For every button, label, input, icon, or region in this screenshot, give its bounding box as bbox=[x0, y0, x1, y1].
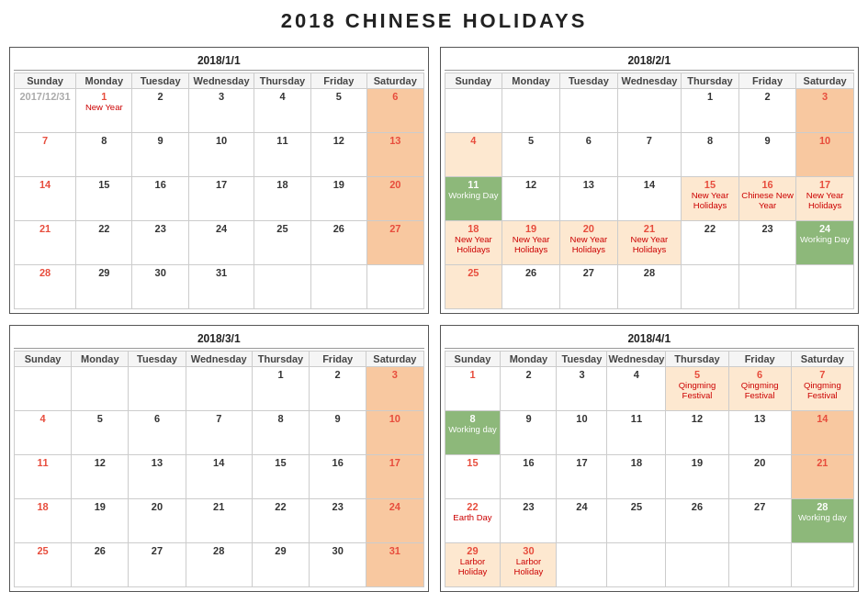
day-number: 31 bbox=[191, 267, 252, 278]
day-number: 8 bbox=[254, 413, 307, 424]
day-number: 16 bbox=[741, 179, 794, 190]
day-number: 28 bbox=[794, 501, 851, 512]
day-number: 13 bbox=[130, 457, 183, 468]
calendar-cell: 26 bbox=[502, 265, 560, 309]
day-number: 30 bbox=[502, 545, 554, 556]
calendar-cell bbox=[738, 265, 795, 309]
calendar-cell: 29 bbox=[76, 265, 132, 309]
calendar-cell: 12 bbox=[72, 455, 129, 499]
page-title: 2018 CHINESE HOLIDAYS bbox=[9, 9, 859, 33]
calendar-cell: 23 bbox=[132, 221, 188, 265]
day-number: 7 bbox=[17, 135, 73, 146]
cell-label: New Year Holidays bbox=[683, 190, 737, 211]
calendar-cell: 27 bbox=[367, 221, 423, 265]
day-number: 22 bbox=[78, 223, 130, 234]
col-header-thursday: Thursday bbox=[666, 352, 728, 367]
day-number: 21 bbox=[620, 223, 679, 234]
calendar-cell: 4 bbox=[607, 367, 666, 411]
day-number: 17 bbox=[558, 457, 604, 468]
calendar-cell: 12 bbox=[666, 411, 728, 455]
calendar-cell bbox=[445, 89, 502, 133]
day-number: 25 bbox=[17, 545, 69, 556]
calendar-cell: 26 bbox=[310, 221, 366, 265]
day-number: 1 bbox=[78, 91, 130, 102]
calendar-cell: 7 bbox=[15, 133, 76, 177]
day-number: 6 bbox=[562, 135, 615, 146]
calendar-cell: 8 bbox=[252, 411, 309, 455]
day-number: 15 bbox=[254, 457, 307, 468]
calendar-title-feb: 2018/2/1 bbox=[445, 51, 855, 71]
calendar-cell: 18 bbox=[254, 177, 310, 221]
calendar-cell: 11 bbox=[607, 411, 666, 455]
calendar-cell: 8 bbox=[76, 133, 132, 177]
day-number: 3 bbox=[798, 91, 851, 102]
cell-label: New Year Holidays bbox=[504, 234, 558, 255]
day-number: 5 bbox=[73, 413, 126, 424]
cell-label: Working Day bbox=[798, 234, 851, 244]
calendar-cell: 6Qingming Festival bbox=[728, 367, 791, 411]
calendar-cell: 28 bbox=[617, 265, 681, 309]
calendar-cell: 16Chinese New Year bbox=[738, 177, 795, 221]
cell-label: Working day bbox=[447, 424, 499, 434]
day-number: 10 bbox=[368, 413, 421, 424]
calendar-cell: 10 bbox=[796, 133, 854, 177]
calendar-cell: 17 bbox=[188, 177, 254, 221]
cell-label: Larbor Holiday bbox=[447, 556, 499, 577]
calendar-cell: 8Working day bbox=[445, 411, 501, 455]
calendar-cell: 19 bbox=[310, 177, 366, 221]
day-number: 2017/12/31 bbox=[17, 91, 73, 102]
day-number: 20 bbox=[369, 179, 421, 190]
calendar-cell: 10 bbox=[557, 411, 607, 455]
day-number: 28 bbox=[188, 545, 250, 556]
day-number: 2 bbox=[502, 369, 554, 380]
calendar-cell: 18 bbox=[607, 455, 666, 499]
day-number: 21 bbox=[794, 457, 851, 468]
calendar-cell: 13 bbox=[367, 133, 423, 177]
calendar-cell: 8 bbox=[682, 133, 739, 177]
day-number: 10 bbox=[558, 413, 604, 424]
col-header-saturday: Saturday bbox=[367, 73, 423, 89]
cell-label: Chinese New Year bbox=[741, 190, 794, 211]
calendar-cell: 30 bbox=[310, 543, 366, 587]
calendar-cell: 1 bbox=[682, 89, 739, 133]
calendar-cell: 17 bbox=[557, 455, 607, 499]
calendar-cell: 2 bbox=[310, 367, 366, 411]
col-header-friday: Friday bbox=[728, 352, 791, 367]
day-number: 16 bbox=[134, 179, 186, 190]
cell-label: Qingming Festival bbox=[731, 380, 789, 401]
cell-label: New Year Holidays bbox=[798, 190, 851, 211]
day-number: 8 bbox=[447, 413, 499, 424]
calendar-cell: 23 bbox=[738, 221, 795, 265]
col-header-friday: Friday bbox=[738, 73, 795, 89]
calendar-cell: 15New Year Holidays bbox=[682, 177, 739, 221]
calendar-cell bbox=[607, 543, 666, 587]
day-number: 20 bbox=[130, 501, 183, 512]
day-number: 6 bbox=[130, 413, 183, 424]
day-number: 24 bbox=[798, 223, 851, 234]
calendar-cell bbox=[666, 543, 728, 587]
col-header-thursday: Thursday bbox=[254, 73, 310, 89]
calendar-cell bbox=[796, 265, 854, 309]
day-number: 28 bbox=[17, 267, 73, 278]
col-header-wednesday: Wednesday bbox=[188, 73, 254, 89]
day-number: 25 bbox=[256, 223, 308, 234]
calendar-cell: 20 bbox=[129, 499, 186, 543]
day-number: 26 bbox=[668, 501, 726, 512]
calendar-cell: 13 bbox=[728, 411, 791, 455]
calendar-cell: 29 bbox=[252, 543, 309, 587]
day-number: 4 bbox=[609, 369, 663, 380]
calendar-cell: 10 bbox=[188, 133, 254, 177]
day-number: 2 bbox=[741, 91, 794, 102]
cell-label: New Year Holidays bbox=[447, 234, 501, 255]
day-number: 3 bbox=[558, 369, 604, 380]
calendar-cell bbox=[617, 89, 681, 133]
calendar-cell: 19 bbox=[666, 455, 728, 499]
day-number: 8 bbox=[683, 135, 737, 146]
day-number: 18 bbox=[256, 179, 308, 190]
day-number: 16 bbox=[311, 457, 364, 468]
calendar-cell: 27 bbox=[728, 499, 791, 543]
calendar-cell: 21 bbox=[791, 455, 853, 499]
calendar-cell: 20 bbox=[367, 177, 423, 221]
col-header-monday: Monday bbox=[76, 73, 132, 89]
calendar-cell: 2 bbox=[132, 89, 188, 133]
